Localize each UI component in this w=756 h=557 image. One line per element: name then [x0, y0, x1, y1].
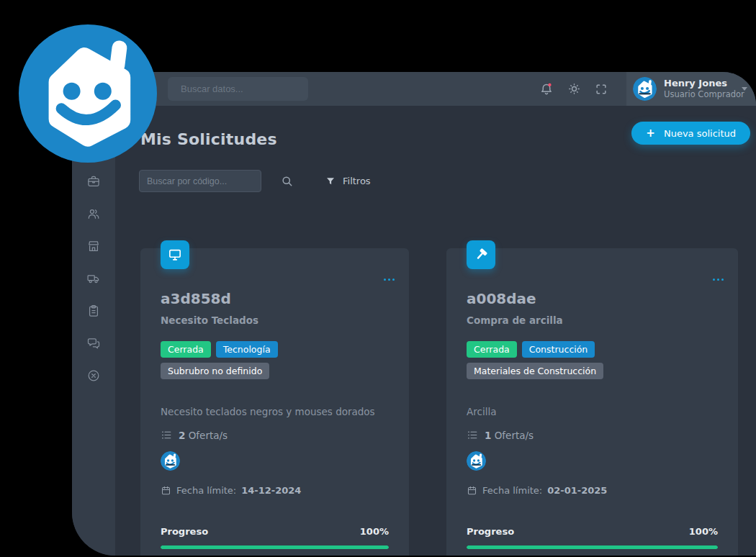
brightness-icon[interactable] [566, 81, 582, 97]
hammer-icon [467, 240, 495, 269]
request-code: a008dae [467, 290, 718, 307]
subcategory-badge: Subrubro no definido [161, 363, 269, 379]
sidebar-item-users[interactable] [86, 207, 101, 221]
user-avatar [633, 77, 657, 101]
deadline-value: 02-01-2025 [547, 485, 607, 496]
requests-grid: a3d858d Necesito Teclados Cerrada Tecnol… [140, 248, 738, 556]
sidebar-item-store[interactable] [86, 239, 101, 253]
search-input[interactable] [181, 83, 307, 94]
progress-value: 100% [360, 526, 389, 537]
main-content: Mis Solicitudes + Nueva solicitud Filtro… [115, 106, 756, 556]
more-options-icon[interactable] [381, 276, 397, 284]
filter-row: Filtros [139, 170, 371, 192]
filter-icon [325, 176, 336, 187]
sidebar-item-clipboard[interactable] [86, 304, 101, 318]
request-title: Necesito Teclados [161, 314, 389, 326]
fullscreen-icon[interactable] [593, 81, 609, 97]
list-icon [467, 429, 479, 441]
request-code: a3d858d [161, 290, 389, 307]
code-search-input[interactable] [147, 171, 253, 191]
robot-logo [19, 24, 157, 163]
app-window: Henry Jones Usuario Comprador [72, 72, 756, 556]
sidebar-item-close-circle[interactable] [86, 368, 101, 383]
calendar-icon [467, 485, 477, 496]
sidebar-item-truck[interactable] [86, 271, 101, 286]
sidebar-item-chat[interactable] [86, 336, 101, 350]
request-card[interactable]: a008dae Compra de arcilla Cerrada Constr… [446, 248, 738, 556]
search-icon[interactable] [280, 174, 294, 189]
subcategory-badge: Materiales de Construcción [467, 363, 603, 379]
monitor-icon [161, 240, 189, 269]
offers-row: 1 Oferta/s [467, 429, 718, 441]
page-title: Mis Solicitudes [140, 130, 277, 148]
progress-bar [161, 545, 389, 549]
list-icon [161, 429, 173, 441]
offers-row: 2 Oferta/s [161, 429, 389, 441]
global-search[interactable] [168, 77, 308, 101]
user-menu[interactable]: Henry Jones Usuario Comprador [626, 72, 756, 106]
code-search-field[interactable] [139, 170, 261, 192]
more-options-icon[interactable] [710, 276, 726, 284]
category-badge: Tecnología [216, 341, 278, 358]
chevron-down-icon[interactable] [742, 87, 747, 91]
progress-label: Progreso [161, 526, 208, 537]
buyer-avatar [467, 451, 486, 471]
progress-bar [467, 545, 718, 549]
status-badge: Cerrada [467, 341, 517, 358]
request-card[interactable]: a3d858d Necesito Teclados Cerrada Tecnol… [140, 248, 409, 556]
deadline-value: 14-12-2024 [241, 485, 301, 496]
topbar: Henry Jones Usuario Comprador [72, 72, 756, 106]
progress-label: Progreso [467, 526, 514, 537]
category-badge: Construcción [522, 341, 595, 358]
calendar-icon [161, 485, 171, 496]
user-role: Usuario Comprador [664, 89, 744, 99]
new-request-button[interactable]: + Nueva solicitud [631, 122, 750, 145]
request-description: Necesito teclados negros y mouses dorado… [161, 406, 389, 417]
deadline-row: Fecha límite: 14-12-2024 [161, 485, 389, 496]
bell-icon[interactable] [539, 81, 554, 97]
buyer-avatar [161, 451, 180, 471]
user-name: Henry Jones [664, 78, 744, 89]
sidebar [72, 106, 115, 556]
request-description: Arcilla [467, 406, 718, 417]
filters-button[interactable]: Filtros [325, 176, 371, 187]
deadline-row: Fecha límite: 02-01-2025 [467, 485, 718, 496]
plus-icon: + [646, 127, 655, 140]
request-title: Compra de arcilla [467, 314, 718, 326]
status-badge: Cerrada [161, 341, 211, 358]
progress-value: 100% [689, 526, 718, 537]
sidebar-item-briefcase[interactable] [86, 174, 101, 189]
